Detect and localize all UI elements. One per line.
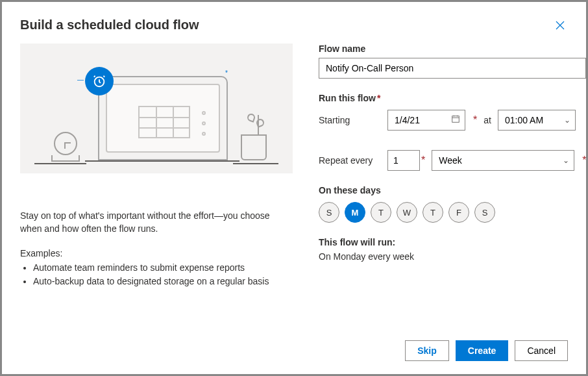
- flow-name-label: Flow name: [319, 44, 586, 54]
- close-button[interactable]: [552, 18, 568, 36]
- dialog-title: Build a scheduled cloud flow: [20, 18, 199, 32]
- starting-label: Starting: [319, 115, 381, 125]
- repeat-count-input[interactable]: [387, 150, 420, 171]
- scheduled-flow-dialog: Build a scheduled cloud flow — *: [1, 1, 587, 375]
- dialog-header: Build a scheduled cloud flow: [2, 2, 586, 44]
- flow-name-input[interactable]: [319, 58, 586, 79]
- days-section: On these days S M T W T F S: [319, 185, 586, 223]
- examples-label: Examples:: [20, 248, 293, 258]
- day-sunday[interactable]: S: [319, 202, 339, 223]
- day-tuesday[interactable]: T: [371, 202, 391, 223]
- summary-section: This flow will run: On Monday every week: [319, 237, 586, 262]
- time-select[interactable]: 01:00 AM: [498, 110, 576, 131]
- day-thursday[interactable]: T: [423, 202, 443, 223]
- alarm-clock-icon: [85, 67, 114, 95]
- right-panel: Flow name Run this flow* Starting * at: [319, 44, 586, 330]
- day-saturday[interactable]: S: [474, 202, 495, 223]
- create-button[interactable]: Create: [456, 340, 509, 361]
- repeat-label: Repeat every: [319, 155, 381, 166]
- at-label: at: [484, 115, 491, 125]
- summary-label: This flow will run:: [319, 237, 586, 247]
- starting-date-input[interactable]: [387, 110, 465, 131]
- day-friday[interactable]: F: [448, 202, 469, 223]
- examples-list: Automate team reminders to submit expens…: [20, 261, 293, 288]
- days-row: S M T W T F S: [319, 202, 586, 223]
- left-panel: — *: [20, 44, 293, 330]
- flow-name-section: Flow name: [319, 44, 586, 79]
- summary-text: On Monday every week: [319, 251, 586, 262]
- day-monday[interactable]: M: [345, 202, 365, 223]
- day-wednesday[interactable]: W: [397, 202, 417, 223]
- days-label: On these days: [319, 185, 586, 195]
- repeat-unit-select[interactable]: Week: [432, 150, 574, 171]
- example-item: Automate team reminders to submit expens…: [33, 261, 293, 275]
- skip-button[interactable]: Skip: [405, 340, 449, 361]
- dialog-footer: Skip Create Cancel: [2, 330, 586, 374]
- cancel-button[interactable]: Cancel: [515, 340, 568, 361]
- dialog-description: Stay on top of what's important without …: [20, 210, 293, 235]
- dialog-body: — *: [2, 44, 586, 330]
- run-label: Run this flow*: [319, 93, 586, 103]
- run-section: Run this flow* Starting * at 01:00 AM: [319, 93, 586, 171]
- example-item: Auto-backup data to designated storage o…: [33, 275, 293, 288]
- schedule-illustration: — *: [20, 44, 293, 173]
- close-icon: [555, 20, 565, 31]
